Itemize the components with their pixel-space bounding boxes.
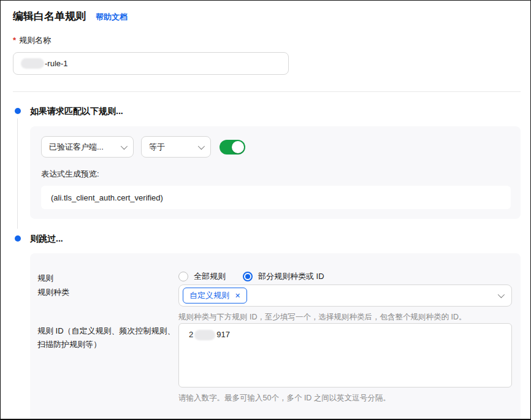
section-bullet-icon — [15, 108, 21, 114]
rule-name-label-row: *规则名称 — [13, 35, 518, 46]
page-title: 编辑白名单规则 — [13, 9, 86, 23]
radio-all-rules-label: 全部规则 — [194, 271, 226, 282]
rule-name-input[interactable]: -rule-1 — [13, 52, 289, 75]
toggle-knob — [232, 141, 244, 153]
header: 编辑白名单规则 帮助文档 — [13, 9, 518, 23]
tag-close-icon[interactable]: ✕ — [235, 292, 240, 299]
chevron-down-icon — [498, 291, 505, 298]
condition-row: 已验证客户端... 等于 — [41, 136, 511, 158]
radio-partial-rules-label: 部分规则种类或 ID — [258, 271, 324, 282]
redacted-text-blur — [194, 330, 215, 340]
expression-preview-value: (ali.tls_client_auth.cert_verified) — [51, 193, 163, 202]
required-asterisk: * — [13, 36, 16, 45]
section-divider — [13, 91, 521, 92]
redacted-text-blur — [21, 58, 44, 69]
rule-scope-row: 规则 全部规则 部分规则种类或 ID — [37, 270, 512, 284]
rule-id-helper-text: 请输入数字。最多可输入50个，多个 ID 之间以英文逗号分隔。 — [178, 392, 512, 404]
radio-unchecked-icon[interactable] — [178, 272, 188, 281]
rule-type-select[interactable]: 自定义规则 ✕ — [178, 284, 512, 307]
rule-id-value-prefix: 2 — [189, 330, 193, 339]
rule-id-textarea[interactable]: 2917 — [178, 323, 512, 388]
radio-all-rules[interactable]: 全部规则 — [178, 271, 226, 282]
section-connector-line — [17, 118, 18, 229]
operator-value: 等于 — [149, 142, 193, 153]
match-section-header: 如果请求匹配以下规则... — [30, 105, 521, 117]
match-condition-section: 如果请求匹配以下规则... 已验证客户端... 等于 表达式生成预览: (ali… — [1, 105, 521, 219]
rule-type-tag: 自定义规则 ✕ — [183, 288, 247, 304]
rule-id-value-suffix: 917 — [216, 330, 230, 339]
help-doc-link[interactable]: 帮助文档 — [96, 12, 128, 23]
operator-select[interactable]: 等于 — [141, 136, 211, 158]
skip-rules-section: 则跳过... 规则 全部规则 部分规则种类或 ID 规则种 — [1, 232, 521, 420]
match-field-value: 已验证客户端... — [49, 142, 116, 153]
skip-rules-panel: 规则 全部规则 部分规则种类或 ID 规则种类 — [30, 253, 521, 420]
condition-toggle-on[interactable] — [220, 140, 245, 155]
rule-id-row: 规则 ID（自定义规则、频次控制规则、扫描防护规则等） 2917 请输入数字。最… — [37, 323, 512, 404]
rule-scope-label: 规则 — [37, 270, 178, 284]
section-bullet-icon — [15, 235, 21, 242]
rule-type-tag-label: 自定义规则 — [189, 290, 229, 301]
rule-id-label: 规则 ID（自定义规则、频次控制规则、扫描防护规则等） — [37, 323, 178, 351]
rule-scope-radio-group: 全部规则 部分规则种类或 ID — [178, 270, 512, 282]
rule-type-row: 规则种类 自定义规则 ✕ 规则种类与下方规则 ID，至少填写一个，选择规则种类后… — [37, 284, 512, 323]
expression-preview-box: (ali.tls_client_auth.cert_verified) — [41, 186, 511, 209]
rule-name-value: -rule-1 — [45, 59, 68, 68]
radio-checked-icon[interactable] — [243, 272, 253, 281]
chevron-down-icon — [121, 142, 128, 149]
rule-type-label: 规则种类 — [37, 284, 178, 299]
radio-partial-rules[interactable]: 部分规则种类或 ID — [243, 271, 324, 282]
match-field-select[interactable]: 已验证客户端... — [41, 136, 134, 158]
expression-preview-label: 表达式生成预览: — [41, 169, 511, 180]
skip-section-header: 则跳过... — [30, 232, 521, 245]
chevron-down-icon — [198, 142, 205, 149]
match-condition-panel: 已验证客户端... 等于 表达式生成预览: (ali.tls_client_au… — [30, 126, 521, 219]
rule-type-helper-text: 规则种类与下方规则 ID，至少填写一个，选择规则种类后，包含整个规则种类的 ID… — [178, 311, 512, 323]
rule-name-label: 规则名称 — [19, 36, 51, 45]
edit-whitelist-rule-dialog: 编辑白名单规则 帮助文档 *规则名称 -rule-1 如果请求匹配以下规则...… — [0, 0, 531, 420]
